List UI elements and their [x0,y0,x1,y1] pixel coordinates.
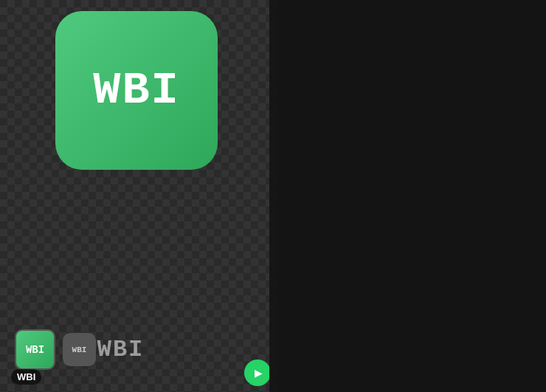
sticker-row: WBI WBI W B I [15,329,136,370]
sticker-thumb-2[interactable]: WBI [63,333,96,366]
play-button[interactable]: ▶ [244,360,271,386]
wbi-tag: WBI [11,369,41,385]
sticker-thumb-3[interactable]: W B I [103,329,136,370]
main-wbi-text: WBI [93,64,180,117]
right-panel: ✕ WBI WhatsApp Sticker Maker Add to Favo… [269,0,546,392]
main-sticker: WBI [55,11,218,181]
left-panel: WBI WBI WBI W B I WBI ▶ [0,0,277,392]
wbi-split-letters: W B I [97,336,143,363]
main-wbi-icon: WBI [55,11,218,170]
play-icon: ▶ [255,367,263,379]
sticker-thumb-1[interactable]: WBI [15,329,55,370]
